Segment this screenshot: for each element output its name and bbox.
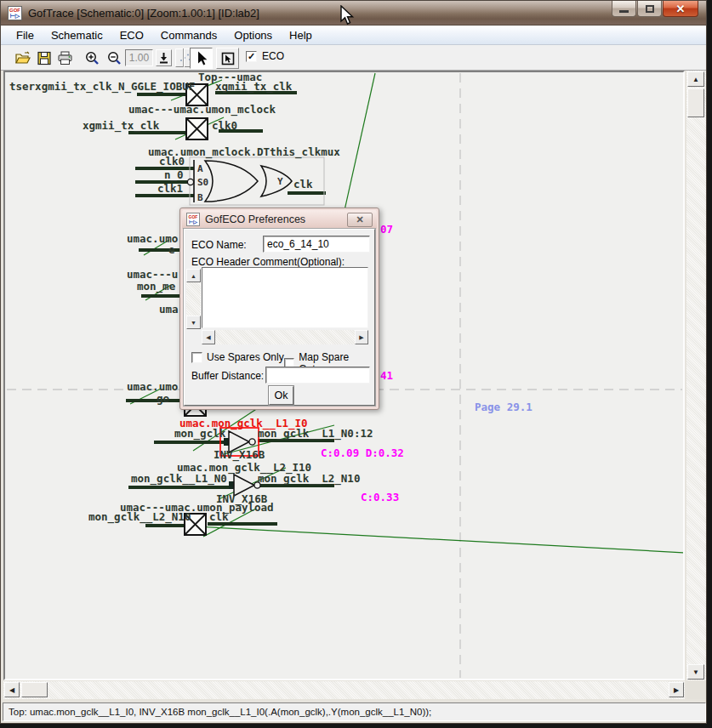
zoom-level-input[interactable]: 1.00 — [125, 49, 153, 66]
net-label: mon_gclk__L2_N10 — [88, 510, 191, 524]
box-cursor-icon — [220, 51, 236, 66]
net-label: clk0 — [159, 155, 185, 168]
dialog-body: ECO Name: ECO Header Comment(Optional): … — [184, 229, 375, 406]
eco-comment-label: ECO Header Comment(Optional): — [191, 256, 345, 268]
vertical-scrollbar[interactable]: ▲ ▼ — [686, 71, 706, 680]
mux-gate-symbol — [261, 166, 292, 196]
menu-bar: File Schematic ECO Commands Options Help — [1, 26, 706, 45]
pointer-mode-button[interactable] — [190, 48, 213, 69]
scroll-up-button[interactable]: ▲ — [687, 71, 704, 87]
open-button[interactable] — [11, 48, 33, 68]
toolbar: 1.00 ✓ ECO — [1, 45, 706, 71]
net-label: mon_gclk__L1_N0:12 — [258, 427, 373, 441]
net-label: clk0 — [212, 119, 237, 132]
comment-scroll-right-button[interactable]: ▶ — [355, 330, 368, 344]
zoom-out-icon — [106, 50, 122, 66]
vertical-scroll-thumb[interactable] — [687, 88, 704, 117]
menu-eco[interactable]: ECO — [111, 27, 152, 43]
inverter-bubble — [249, 439, 255, 445]
zoom-out-button[interactable] — [103, 48, 125, 68]
dialog-title: GofECO Preferences — [205, 213, 305, 225]
buffer-distance-label: Buffer Distance: — [191, 370, 264, 382]
eco-name-label: ECO Name: — [191, 239, 247, 251]
comment-input[interactable] — [202, 267, 368, 328]
mux-pin-label: A — [197, 163, 203, 174]
zoom-apply-button[interactable] — [156, 49, 172, 66]
menu-options[interactable]: Options — [225, 27, 281, 43]
eco-name-input[interactable] — [263, 236, 370, 253]
app-icon: GOF⊢▷ — [8, 6, 22, 20]
zoom-in-button[interactable] — [81, 48, 103, 68]
mux-pin-label: S0 — [197, 177, 208, 188]
eco-checkbox-label: ECO — [262, 50, 284, 62]
scroll-down-button[interactable]: ▼ — [687, 664, 704, 680]
use-spares-checkbox[interactable] — [191, 352, 202, 363]
net-label: INV_X16B — [214, 448, 265, 462]
inverter-input-stub — [229, 481, 234, 489]
titlebar[interactable]: GOF⊢▷ GofTrace [Schematic:0] [Zoom:1.00:… — [1, 1, 706, 26]
net-label: clk — [293, 178, 313, 191]
maximize-button[interactable] — [637, 1, 662, 17]
window-title: GofTrace [Schematic:0] [Zoom:1.00:1] [ID… — [28, 7, 259, 20]
menu-file[interactable]: File — [8, 27, 43, 43]
mux-select-bubble — [187, 179, 193, 185]
close-button[interactable]: ✕ — [663, 1, 698, 17]
comment-horizontal-scrollbar[interactable]: ◀ ▶ — [202, 330, 368, 344]
horizontal-scroll-thumb[interactable] — [21, 682, 48, 697]
zoom-in-icon — [84, 50, 100, 66]
net-label: clk1 — [157, 182, 183, 195]
use-spares-label: Use Spares Only — [207, 351, 284, 363]
down-arrow-icon — [158, 52, 169, 64]
comment-scroll-up-button[interactable]: ▲ — [186, 269, 201, 282]
mux-pin-label: Y — [277, 176, 283, 187]
comment-vertical-scrollbar[interactable]: ▲ ▼ — [186, 269, 201, 329]
net-label: umac---u — [127, 268, 178, 281]
net-label: mon_gclk__L2_N10 — [258, 472, 360, 486]
timing-annotation: C:0.33 — [361, 491, 399, 503]
net-label: tserxgmii_tx_clk_N_GGLE_IOBUF — [9, 80, 195, 94]
select-region-button[interactable] — [216, 48, 239, 69]
net-label: mon_me — [137, 280, 176, 293]
net-label: xgmii_tx_clk — [215, 80, 293, 94]
scroll-left-button[interactable]: ◀ — [4, 682, 20, 697]
save-button[interactable] — [33, 48, 55, 68]
mux-pin-label: B — [197, 192, 203, 203]
open-folder-icon — [14, 51, 31, 65]
mux-gate-symbol — [205, 161, 258, 202]
scroll-right-button[interactable]: ▶ — [669, 682, 684, 697]
minimize-button[interactable] — [612, 1, 636, 17]
net-label: clk — [209, 510, 229, 523]
buffer-distance-input[interactable] — [265, 367, 370, 384]
net-label: e — [168, 243, 175, 256]
scrollbar-corner — [686, 681, 706, 699]
horizontal-scrollbar[interactable]: ◀ ▶ — [3, 681, 685, 699]
print-button[interactable] — [54, 48, 76, 68]
menu-commands[interactable]: Commands — [152, 27, 225, 43]
save-floppy-icon — [37, 51, 52, 65]
page-number-label: Page 29.1 — [475, 401, 533, 413]
net-label: umac---umac.umon_mclock — [128, 103, 276, 117]
gofeco-preferences-dialog: GOF⊢▷ GofECO Preferences ✕ ECO Name: ECO… — [179, 208, 379, 410]
net-label: uma — [159, 303, 179, 316]
dialog-close-button[interactable]: ✕ — [347, 213, 373, 227]
net-label: ge — [157, 392, 170, 405]
comment-scroll-down-button[interactable]: ▼ — [186, 316, 201, 329]
menu-schematic[interactable]: Schematic — [43, 27, 111, 43]
minimize-icon — [619, 10, 629, 13]
dialog-titlebar[interactable]: GOF⊢▷ GofECO Preferences ✕ — [182, 210, 377, 229]
net-label: xgmii_tx_clk — [83, 119, 160, 133]
use-spares-row: Use Spares Only — [191, 351, 284, 363]
menu-help[interactable]: Help — [281, 27, 321, 43]
fly-line — [195, 526, 683, 553]
toolbar-separator — [183, 48, 185, 67]
eco-mode-checkbox[interactable]: ✓ — [246, 51, 257, 62]
net-label: n_0 — [164, 168, 184, 182]
comment-scroll-left-button[interactable]: ◀ — [202, 330, 215, 344]
status-bar: Top: umac.mon_gclk__L1_I0, INV_X16B mon_… — [3, 702, 706, 721]
dialog-close-icon: ✕ — [356, 214, 363, 225]
eco-checkmark-icon: ✓ — [248, 52, 255, 61]
ok-button[interactable]: Ok — [269, 386, 293, 405]
close-icon: ✕ — [676, 3, 686, 14]
net-label: mon_gclk__L1_N0 — [131, 472, 227, 486]
printer-icon — [57, 51, 73, 65]
